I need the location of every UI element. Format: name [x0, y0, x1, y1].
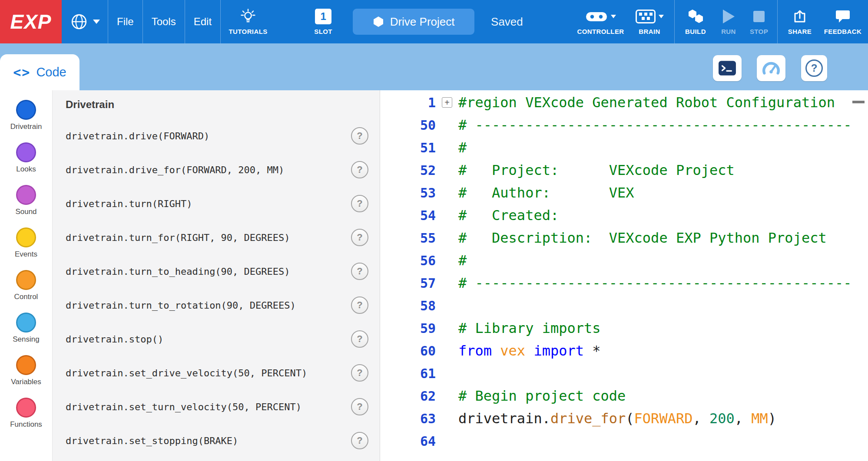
share-icon [792, 9, 807, 24]
palette-command[interactable]: drivetrain.drive_for(FORWARD, 200, MM) [66, 165, 284, 175]
print-console-button[interactable] [713, 55, 742, 81]
controller-button[interactable]: CONTROLLER [576, 8, 626, 35]
help-button[interactable]: ? [351, 195, 368, 212]
code-text: drivetrain.drive_for(FORWARD, 200, MM) [458, 410, 776, 427]
globe-icon [70, 13, 88, 30]
share-button[interactable]: SHARE [783, 8, 817, 35]
palette-row[interactable]: drivetrain.turn_to_rotation(90, DEGREES)… [66, 288, 380, 322]
palette-command[interactable]: drivetrain.drive(FORWARD) [66, 131, 209, 142]
code-text: # [458, 139, 467, 156]
sidebar-item-looks[interactable]: Looks [0, 142, 52, 185]
top-toolbar: EXP FileToolsEdit TUTORIALS 1 SLOT Drive [0, 0, 868, 43]
editor-line: 50# ------------------------------------… [380, 114, 868, 136]
menu-tools[interactable]: Tools [143, 0, 185, 43]
palette-row[interactable]: drivetrain.stop()? [66, 322, 380, 356]
editor-line: 60from vex import * [380, 339, 868, 362]
palette-command[interactable]: drivetrain.set_stopping(BRAKE) [66, 435, 238, 446]
console-icon [718, 60, 736, 76]
category-label: Sensing [13, 335, 39, 344]
editor-line: 56# [380, 249, 868, 272]
chevron-down-icon [93, 20, 100, 24]
main-content: DrivetrainLooksSoundEventsControlSensing… [0, 90, 868, 461]
code-brackets-icon: <> [13, 65, 30, 80]
palette-row[interactable]: drivetrain.set_turn_velocity(50, PERCENT… [66, 390, 380, 424]
help-button[interactable]: ? [351, 432, 368, 449]
help-button[interactable]: ? [351, 263, 368, 280]
line-number: 64 [380, 434, 436, 449]
run-button[interactable]: RUN [716, 8, 742, 35]
stop-button[interactable]: STOP [746, 8, 772, 35]
palette-command[interactable]: drivetrain.stop() [66, 334, 163, 345]
menu-file[interactable]: File [108, 0, 142, 43]
help-button[interactable]: ? [351, 364, 368, 382]
editor-line: 61 [380, 362, 868, 385]
build-label: BUILD [685, 28, 706, 35]
palette-row[interactable]: drivetrain.set_drive_velocity(50, PERCEN… [66, 356, 380, 390]
editor-line: 58 [380, 294, 868, 317]
help-button[interactable]: ? [351, 330, 368, 348]
palette-command[interactable]: drivetrain.set_turn_velocity(50, PERCENT… [66, 402, 301, 412]
language-selector[interactable] [70, 13, 100, 30]
brain-button[interactable]: BRAIN [630, 8, 669, 35]
palette-row[interactable]: drivetrain.turn(RIGHT)? [66, 187, 380, 221]
exp-logo: EXP [0, 0, 62, 43]
help-button[interactable]: ? [351, 161, 368, 178]
sidebar-item-control[interactable]: Control [0, 270, 52, 313]
help-button[interactable]: ? [351, 127, 368, 145]
line-number: 62 [380, 389, 436, 404]
command-palette: Drivetrain drivetrain.drive(FORWARD)?dri… [52, 90, 380, 461]
help-button[interactable]: ? [351, 229, 368, 246]
project-name-button[interactable]: Drive Project [353, 9, 474, 35]
sidebar-item-events[interactable]: Events [0, 227, 52, 270]
palette-command[interactable]: drivetrain.set_drive_velocity(50, PERCEN… [66, 368, 307, 379]
controller-label: CONTROLLER [577, 28, 624, 35]
palette-row[interactable]: drivetrain.turn_to_heading(90, DEGREES)? [66, 254, 380, 288]
palette-row[interactable]: drivetrain.turn_for(RIGHT, 90, DEGREES)? [66, 221, 380, 254]
editor-line: 53# Author: VEX [380, 181, 868, 204]
editor-line: 1+#region VEXcode Generated Robot Config… [380, 91, 868, 114]
palette-command[interactable]: drivetrain.turn_to_heading(90, DEGREES) [66, 266, 290, 277]
lightbulb-icon [240, 9, 256, 24]
control-category-icon [16, 270, 36, 290]
controller-icon [585, 10, 608, 23]
sidebar-item-sound[interactable]: Sound [0, 185, 52, 227]
help-button[interactable]: ? [351, 296, 368, 314]
build-icon [687, 9, 704, 24]
monitor-button[interactable] [757, 55, 785, 81]
editor-line: 54# Created: [380, 204, 868, 227]
drivetrain-category-icon [16, 100, 36, 120]
editor-line: 52# Project: VEXcode Project [380, 159, 868, 181]
fold-expand-icon[interactable]: + [442, 97, 452, 108]
palette-command[interactable]: drivetrain.turn_to_rotation(90, DEGREES) [66, 300, 296, 311]
help-button[interactable]: ? [351, 398, 368, 415]
palette-row[interactable]: drivetrain.drive_for(FORWARD, 200, MM)? [66, 153, 380, 187]
category-label: Variables [11, 378, 41, 386]
code-text: # --------------------------------------… [458, 117, 851, 133]
feedback-button[interactable]: FEEDBACK [821, 8, 865, 35]
editor-line: 51# [380, 136, 868, 159]
tab-code[interactable]: <> Code [0, 54, 80, 90]
palette-row[interactable]: drivetrain.drive(FORWARD)? [66, 119, 380, 153]
overview-ruler-mark [852, 101, 865, 103]
code-text: # Created: [458, 207, 559, 224]
line-number: 59 [380, 321, 436, 336]
line-number: 54 [380, 208, 436, 223]
sidebar-item-sensing[interactable]: Sensing [0, 313, 52, 355]
feedback-label: FEEDBACK [824, 28, 862, 35]
palette-command[interactable]: drivetrain.turn_for(RIGHT, 90, DEGREES) [66, 232, 290, 243]
code-editor[interactable]: 1+#region VEXcode Generated Robot Config… [380, 90, 868, 461]
palette-command[interactable]: drivetrain.turn(RIGHT) [66, 198, 192, 209]
build-button[interactable]: BUILD [680, 8, 711, 35]
play-icon [723, 10, 735, 23]
looks-category-icon [16, 142, 36, 162]
help-button-toolbar[interactable]: ? [801, 55, 827, 81]
slot-selector[interactable]: 1 SLOT [311, 8, 335, 35]
code-text: # Begin project code [458, 388, 626, 404]
sidebar-item-variables[interactable]: Variables [0, 355, 52, 398]
category-label: Control [14, 293, 38, 301]
sidebar-item-drivetrain[interactable]: Drivetrain [0, 100, 52, 142]
palette-row[interactable]: drivetrain.set_stopping(BRAKE)? [66, 424, 380, 458]
sidebar-item-functions[interactable]: Functions [0, 398, 52, 440]
tutorials-button[interactable]: TUTORIALS [224, 8, 272, 35]
menu-edit[interactable]: Edit [185, 0, 220, 43]
